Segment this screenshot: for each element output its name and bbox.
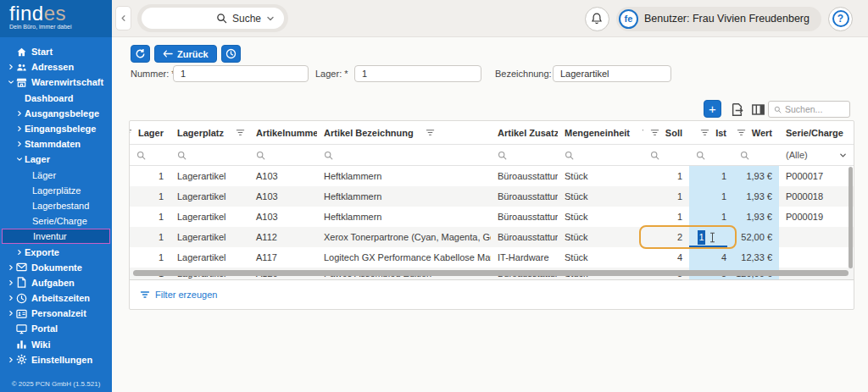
- filter-mengeneinheit[interactable]: [558, 145, 643, 165]
- header-serie-charge[interactable]: Serie/Charge: [779, 121, 854, 144]
- lager-label: Lager: *: [315, 69, 348, 79]
- search-icon: [324, 151, 333, 160]
- user-label: Benutzer: Frau Vivien Freudenberg: [644, 13, 810, 25]
- table-row[interactable]: 1 Lagerartikel A103 Heftklammern Büroaus…: [130, 186, 854, 207]
- user-menu[interactable]: fe Benutzer: Frau Vivien Freudenberg: [616, 7, 821, 31]
- sidebar-item-exporte[interactable]: Exporte: [0, 244, 112, 259]
- table-row-editing[interactable]: 1 Lagerartikel A112 Xerox Tonerpartrone …: [130, 227, 854, 247]
- header-lager[interactable]: Lager: [130, 121, 170, 144]
- history-button[interactable]: [221, 45, 241, 63]
- sidebar-item-lager[interactable]: Lager: [0, 152, 112, 167]
- global-search-label: Suche: [232, 13, 261, 25]
- refresh-button[interactable]: [131, 45, 150, 63]
- gear-icon: [16, 354, 27, 365]
- app-window: findes Dein Büro, immer dabei Start Adre…: [0, 0, 868, 392]
- table-row[interactable]: 1 Lagerartikel A103 Heftklammern Büroaus…: [130, 207, 854, 227]
- add-row-button[interactable]: +: [704, 100, 721, 118]
- sidebar-item-ausgangsbelege[interactable]: Ausgangsbelege: [0, 106, 112, 121]
- header-soll[interactable]: Soll: [643, 121, 689, 144]
- search-icon: [498, 151, 507, 160]
- filter-artikelnummer[interactable]: [249, 145, 317, 165]
- logo-tagline: Dein Büro, immer dabei: [9, 24, 112, 30]
- filter-icon[interactable]: [426, 128, 435, 137]
- export-icon[interactable]: [730, 102, 744, 117]
- header-wert[interactable]: Wert: [733, 121, 779, 144]
- create-filter-link[interactable]: Filter erzeugen: [130, 280, 854, 300]
- filter-ist[interactable]: [689, 145, 733, 165]
- nummer-label: Nummer: *: [131, 69, 175, 79]
- sidebar-item-wiki[interactable]: Wiki: [0, 337, 112, 352]
- ist-edit-cell[interactable]: 1: [689, 227, 733, 247]
- nummer-field[interactable]: [173, 65, 309, 82]
- sidebar-item-lagerbestand[interactable]: Lagerbestand: [0, 198, 112, 213]
- grid-search[interactable]: [768, 101, 850, 118]
- header-lagerplatz[interactable]: Lagerplatz: [170, 121, 249, 144]
- filter-icon[interactable]: [650, 128, 659, 137]
- filter-lager[interactable]: [130, 145, 170, 165]
- sidebar-item-lagerplaetze[interactable]: Lagerplätze: [0, 183, 112, 198]
- sidebar-item-warenwirtschaft[interactable]: Warenwirtschaft: [0, 75, 112, 90]
- column-chooser-icon[interactable]: [751, 102, 765, 117]
- chevron-right-icon: [6, 356, 16, 363]
- grid-body: 1 Lagerartikel A103 Heftklammern Büroaus…: [130, 166, 854, 280]
- table-row[interactable]: 1 Lagerartikel A103 Heftklammern Büroaus…: [130, 166, 854, 186]
- sidebar-item-inventur[interactable]: Inventur: [2, 229, 110, 244]
- filter-artikel-bezeichnung[interactable]: [317, 145, 491, 165]
- sidebar-item-stammdaten[interactable]: Stammdaten: [0, 136, 112, 152]
- filter-icon[interactable]: [236, 128, 245, 137]
- help-button[interactable]: ?: [828, 7, 853, 31]
- app-logo: findes Dein Büro, immer dabei: [0, 0, 112, 37]
- chevron-down-icon: [839, 152, 847, 159]
- sidebar: findes Dein Büro, immer dabei Start Adre…: [0, 0, 112, 392]
- table-row[interactable]: 1 Lagerartikel A117 Logitech GX Performa…: [130, 247, 854, 268]
- mail-icon: [16, 262, 27, 273]
- lager-field[interactable]: [354, 65, 481, 82]
- chevron-down-icon[interactable]: [266, 14, 275, 23]
- topbar: Suche fe Benutzer: Frau Vivien Freudenbe…: [112, 0, 868, 37]
- sidebar-item-eingangsbelege[interactable]: Eingangsbelege: [0, 121, 112, 136]
- sidebar-item-personalzeit[interactable]: Personalzeit: [0, 306, 112, 321]
- inventory-form: Nummer: * Lager: * Bezeichnung:: [112, 65, 868, 82]
- search-icon: [256, 151, 265, 160]
- chevron-right-icon: [14, 249, 25, 256]
- sidebar-item-aufgaben[interactable]: Aufgaben: [0, 275, 112, 290]
- sidebar-item-arbeitszeiten[interactable]: Arbeitszeiten: [0, 290, 112, 306]
- notifications-button[interactable]: [585, 7, 609, 31]
- search-icon: [136, 151, 146, 160]
- horizontal-scrollbar[interactable]: [133, 270, 849, 276]
- sidebar-item-start[interactable]: Start: [0, 44, 112, 59]
- header-artikel-bezeichnung[interactable]: Artikel Bezeichnung: [317, 121, 491, 144]
- vertical-scrollbar[interactable]: [849, 167, 853, 268]
- filter-serie-charge[interactable]: (Alle): [779, 145, 854, 165]
- topbar-right: fe Benutzer: Frau Vivien Freudenberg ?: [585, 6, 853, 31]
- sidebar-item-einstellungen[interactable]: Einstellungen: [0, 352, 112, 367]
- filter-icon[interactable]: [700, 128, 709, 137]
- filter-soll[interactable]: [643, 145, 689, 165]
- chevron-right-icon: [14, 110, 25, 117]
- header-artikelnummer[interactable]: Artikelnummer: [249, 121, 317, 144]
- sidebar-item-serie-charge[interactable]: Serie/Charge: [0, 213, 112, 229]
- sidebar-item-dashboard[interactable]: Dashboard: [0, 91, 112, 106]
- sidebar-item-laeger[interactable]: Läger: [0, 168, 112, 183]
- back-button[interactable]: Zurück: [154, 45, 217, 63]
- header-mengeneinheit[interactable]: Mengeneinheit: [558, 121, 643, 144]
- bezeichnung-field[interactable]: [553, 65, 671, 82]
- filter-artikel-zusatz[interactable]: [491, 145, 558, 165]
- filter-icon[interactable]: [737, 128, 746, 137]
- grid-filter-row: (Alle): [130, 145, 854, 166]
- sidebar-item-dokumente[interactable]: Dokumente: [0, 260, 112, 275]
- header-artikel-zusatz[interactable]: Artikel Zusatz: [491, 121, 558, 144]
- sidebar-item-portal[interactable]: Portal: [0, 321, 112, 336]
- filter-icon[interactable]: [130, 128, 132, 137]
- text-cursor-icon: [709, 232, 715, 243]
- avatar: fe: [619, 9, 638, 29]
- global-search[interactable]: Suche: [137, 4, 288, 32]
- filter-lagerplatz[interactable]: [170, 145, 249, 165]
- sidebar-item-adressen[interactable]: Adressen: [0, 59, 112, 75]
- header-ist[interactable]: Ist: [689, 121, 733, 144]
- filter-wert[interactable]: [733, 145, 779, 165]
- question-mark-icon: ?: [832, 10, 849, 27]
- sidebar-collapse-button[interactable]: [115, 6, 131, 30]
- home-icon: [16, 47, 27, 58]
- grid-search-input[interactable]: [785, 104, 844, 114]
